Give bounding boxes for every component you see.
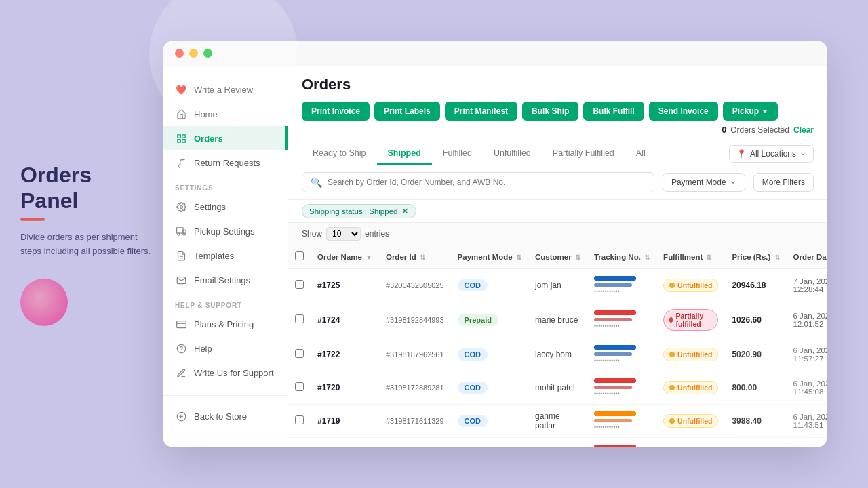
sidebar-item-back-to-store[interactable]: Back to Store xyxy=(163,404,288,428)
tracking-bar-1 xyxy=(594,378,636,383)
fulfillment-badge: Partially fulfilled xyxy=(663,309,718,331)
support-icon xyxy=(175,367,187,379)
payment-mode-badge: COD xyxy=(458,415,488,427)
plans-icon xyxy=(175,318,187,330)
table-header: Order Name ▼ Order Id ⇅ Payment Mode ⇅ xyxy=(288,245,827,268)
sidebar-item-templates[interactable]: Templates xyxy=(163,243,288,268)
fulfillment-badge: Unfulfilled xyxy=(663,279,718,292)
payment-mode-cell: COD xyxy=(451,405,528,438)
payment-mode-filter[interactable]: Payment Mode xyxy=(663,173,745,192)
print-labels-button[interactable]: Print Labels xyxy=(374,102,440,121)
sidebar-item-return-requests[interactable]: Return Requests xyxy=(163,150,288,175)
select-all-checkbox[interactable] xyxy=(295,251,304,260)
panel-title: Orders Panel xyxy=(20,162,156,214)
sidebar-bottom: Back to Store xyxy=(163,395,288,436)
tracking-bar-1 xyxy=(594,310,636,315)
templates-icon xyxy=(175,249,187,262)
tracking-bar-2 xyxy=(594,318,632,321)
payment-mode-cell: COD xyxy=(451,338,528,371)
tracking-bar-2 xyxy=(594,352,632,356)
orders-selected-label: Orders Selected xyxy=(730,125,789,135)
search-box: 🔍 xyxy=(302,172,654,192)
entries-select[interactable]: 10 25 50 100 xyxy=(326,227,361,241)
price-header: Price (Rs.) ⇅ xyxy=(725,245,786,268)
panel-description: Divide orders as per shipment steps incl… xyxy=(20,230,156,259)
pickup-button[interactable]: Pickup xyxy=(723,102,778,121)
tracking-bar-2 xyxy=(594,283,632,287)
bulk-ship-button[interactable]: Bulk Ship xyxy=(522,102,578,121)
tracking-cell: •••••••••••• xyxy=(587,405,656,438)
fulfillment-cell: Unfulfilled xyxy=(656,268,725,302)
search-input[interactable] xyxy=(328,178,646,187)
row-checkbox-cell xyxy=(288,371,311,405)
orders-selected-area: 0 Orders Selected Clear xyxy=(722,125,814,135)
order-name-header: Order Name ▼ xyxy=(311,245,379,268)
print-manifest-button[interactable]: Print Manifest xyxy=(445,102,517,121)
tracking-bar-1 xyxy=(594,345,636,350)
sidebar-item-settings[interactable]: Settings xyxy=(163,195,288,219)
sort-icon: ⇅ xyxy=(774,253,780,261)
row-checkbox-cell xyxy=(288,438,311,448)
tracking-number: •••••••••••• xyxy=(594,288,650,295)
customer-cell: laccy bom xyxy=(528,338,587,371)
order-name-cell: #1720 xyxy=(311,371,379,405)
sidebar-item-label: Orders xyxy=(194,134,223,144)
tabs: Ready to Ship Shipped Fulfilled Unfulfil… xyxy=(302,143,656,165)
left-panel: Orders Panel Divide orders as per shipme… xyxy=(20,162,156,326)
payment-mode-cell: COD xyxy=(451,438,528,448)
print-invoice-button[interactable]: Print Invoice xyxy=(302,102,370,121)
more-filters-button[interactable]: More Filters xyxy=(753,173,814,192)
payment-mode-badge: Prepaid xyxy=(458,314,498,326)
order-date-header: Order Date ⇅ xyxy=(787,245,827,268)
tab-shipped[interactable]: Shipped xyxy=(377,143,432,165)
remove-filter-button[interactable]: ✕ xyxy=(401,207,409,216)
tracking-number: •••••••••••• xyxy=(594,357,650,364)
email-icon xyxy=(175,274,187,286)
active-filter-tag: Shipping status : Shipped ✕ xyxy=(302,204,416,218)
tab-all[interactable]: All xyxy=(625,143,656,165)
order-date: 7 Jan, 2021 12:28:44 xyxy=(793,277,827,293)
orders-selected-count: 0 xyxy=(722,125,727,135)
order-id-cell: #3200432505025 xyxy=(379,268,451,302)
title-underline xyxy=(20,218,45,221)
pink-blob-decoration xyxy=(20,279,68,326)
svg-point-4 xyxy=(180,205,182,208)
price-value: 1026.60 xyxy=(732,315,761,325)
row-checkbox[interactable] xyxy=(295,382,304,391)
bulk-fulfill-button[interactable]: Bulk Fulfill xyxy=(583,102,644,121)
tracking-bar-2 xyxy=(594,419,632,422)
row-checkbox[interactable] xyxy=(295,314,304,323)
toolbar: Print Invoice Print Labels Print Manifes… xyxy=(302,102,814,135)
location-dropdown[interactable]: 📍 All Locations xyxy=(729,145,814,163)
send-invoice-button[interactable]: Send Invoice xyxy=(649,102,718,121)
sidebar-item-help[interactable]: Help xyxy=(163,336,288,361)
svg-rect-3 xyxy=(182,139,184,142)
sidebar-item-write-support[interactable]: Write Us for Support xyxy=(163,361,288,385)
sidebar-item-pickup-settings[interactable]: Pickup Settings xyxy=(163,219,288,243)
sidebar-item-label: Templates xyxy=(194,251,234,261)
order-name: #1719 xyxy=(317,416,340,426)
clear-selection-link[interactable]: Clear xyxy=(793,125,814,135)
fulfillment-dot xyxy=(669,317,673,323)
row-checkbox[interactable] xyxy=(295,349,304,358)
pickup-icon xyxy=(175,225,187,237)
fulfillment-dot xyxy=(669,283,675,288)
tracking-info: •••••••••••• xyxy=(594,378,650,397)
sidebar-item-plans[interactable]: Plans & Pricing xyxy=(163,312,288,336)
sidebar-item-email-settings[interactable]: Email Settings xyxy=(163,268,288,292)
tab-ready-to-ship[interactable]: Ready to Ship xyxy=(302,143,377,165)
tab-partially-fulfilled[interactable]: Partially Fulfilled xyxy=(542,143,625,165)
row-checkbox[interactable] xyxy=(295,415,304,424)
row-checkbox[interactable] xyxy=(295,280,304,289)
sidebar-item-label: Help xyxy=(194,344,212,354)
svg-rect-0 xyxy=(177,134,180,137)
sidebar-item-orders[interactable]: Orders xyxy=(163,126,288,150)
sort-icon: ⇅ xyxy=(516,253,521,261)
tab-unfulfilled[interactable]: Unfulfilled xyxy=(483,143,542,165)
order-date-cell: 7 Jan, 2021 12:28:44 xyxy=(787,268,827,302)
payment-mode-badge: COD xyxy=(458,279,488,291)
settings-section-title: SETTINGS xyxy=(163,175,288,195)
customer-cell: marie bruce xyxy=(528,302,587,338)
order-id-cell: #3198187962561 xyxy=(379,338,451,371)
tab-fulfilled[interactable]: Fulfilled xyxy=(432,143,483,165)
